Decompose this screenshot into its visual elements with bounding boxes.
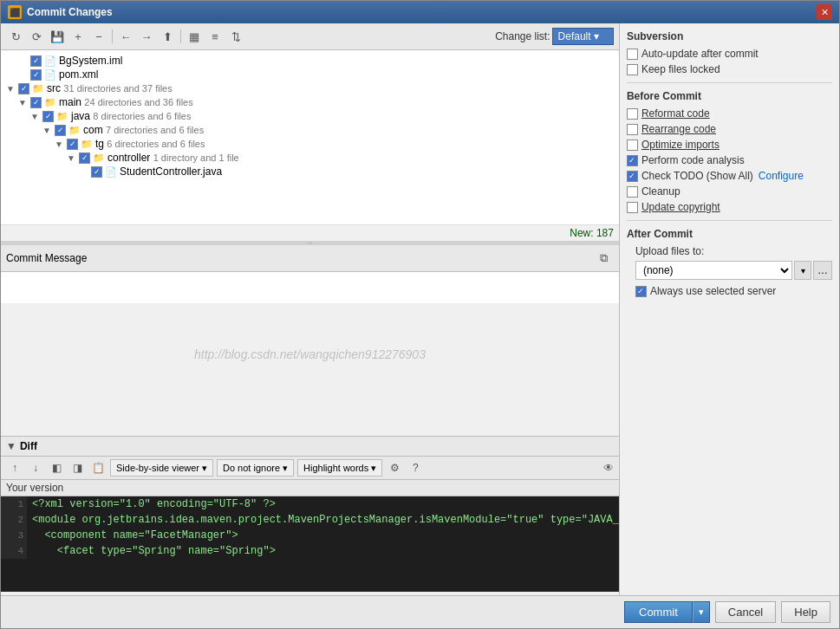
diff-up-button[interactable]: ↑: [6, 459, 23, 477]
your-version-label: Your version: [6, 482, 63, 494]
tree-item-java[interactable]: ▼ ✓ 📁 java 8 directories and 6 files: [4, 109, 615, 123]
side-by-side-label: Side-by-side viewer: [116, 463, 199, 473]
label-studentcontroller: StudentController.java: [120, 165, 222, 178]
commit-message-copy-button[interactable]: ⧉: [595, 249, 614, 268]
checkbox-main[interactable]: ✓: [30, 97, 42, 108]
update-copyright-label: Update copyright: [641, 201, 720, 213]
window-icon: ⬛: [8, 5, 22, 19]
checkbox-java[interactable]: ✓: [42, 111, 54, 122]
highlight-dropdown[interactable]: Highlight words ▾: [297, 459, 382, 477]
check-todo-checkbox[interactable]: [627, 171, 638, 182]
file-icon-main: 📁: [44, 97, 56, 108]
view-button[interactable]: ▦: [185, 27, 204, 46]
reformat-label: Reformat code: [641, 107, 710, 120]
diff-section: ▼ Diff ↑ ↓ ◧ ◨ 📋 Side-by-side viewer ▾ D…: [1, 436, 619, 592]
commit-button[interactable]: Commit: [624, 601, 693, 623]
arrow-tg: ▼: [55, 139, 67, 149]
auto-update-label: Auto-update after commit: [641, 48, 759, 60]
label-java: java 8 directories and 6 files: [71, 110, 191, 122]
ignore-dropdown[interactable]: Do not ignore ▾: [217, 459, 294, 477]
sort-button[interactable]: ≡: [205, 27, 225, 46]
export-button[interactable]: ⬆: [158, 27, 177, 46]
change-list-dropdown[interactable]: Default ▾: [552, 28, 614, 45]
tree-item-src[interactable]: ▼ ✓ 📁 src 31 directories and 37 files: [4, 81, 615, 95]
back-button[interactable]: ←: [116, 27, 135, 46]
checkbox-tg[interactable]: ✓: [67, 139, 78, 150]
rearrange-checkbox[interactable]: [627, 124, 638, 135]
always-use-checkbox[interactable]: [635, 286, 647, 297]
checkbox-studentcontroller[interactable]: ✓: [91, 166, 102, 178]
arrow-java: ▼: [30, 112, 42, 121]
eye-icon: 👁: [603, 462, 614, 474]
file-tree[interactable]: ✓ 📄 BgSystem.iml ✓ 📄 pom.xml: [1, 50, 619, 224]
label-main: main 24 directories and 36 files: [59, 96, 193, 108]
checkbox-com[interactable]: ✓: [55, 125, 66, 136]
remove-button[interactable]: −: [89, 27, 108, 46]
diff-copy-button[interactable]: 📋: [89, 459, 107, 477]
checkbox-controller[interactable]: ✓: [79, 152, 90, 164]
tree-item-bgsystem[interactable]: ✓ 📄 BgSystem.iml: [4, 54, 615, 68]
filter-button[interactable]: ⇅: [226, 27, 245, 46]
tree-item-pom[interactable]: ✓ 📄 pom.xml: [4, 68, 615, 81]
right-panel: Subversion Auto-update after commit Keep…: [620, 23, 839, 595]
add-button[interactable]: +: [68, 27, 88, 46]
save-button[interactable]: 💾: [48, 27, 67, 46]
subversion-title: Subversion: [627, 30, 832, 42]
always-use-label: Always use selected server: [650, 285, 776, 297]
keep-locked-checkbox[interactable]: [627, 64, 638, 75]
close-button[interactable]: ✕: [817, 4, 832, 20]
reformat-checkbox[interactable]: [627, 108, 638, 120]
change-list-label: Change list:: [495, 30, 550, 42]
checkbox-pom[interactable]: ✓: [30, 69, 42, 81]
optimize-label: Optimize imports: [641, 139, 720, 151]
keep-locked-row: Keep files locked: [627, 63, 832, 75]
highlight-label: Highlight words: [303, 463, 368, 473]
tree-item-tg[interactable]: ▼ ✓ 📁 tg 6 directories and 6 files: [4, 137, 615, 151]
commit-message-label: Commit Message: [6, 252, 87, 264]
configure-link[interactable]: Configure: [759, 170, 804, 182]
commit-message-textarea[interactable]: [1, 272, 619, 303]
optimize-checkbox[interactable]: [627, 139, 638, 151]
diff-help-icon[interactable]: ?: [407, 459, 424, 477]
check-todo-label: Check TODO (Show All): [641, 170, 753, 182]
commit-dropdown-arrow[interactable]: ▾: [693, 601, 710, 623]
side-by-side-dropdown[interactable]: Side-by-side viewer ▾: [110, 459, 213, 477]
diff-right-frame-button[interactable]: ◨: [68, 459, 86, 477]
arrow-main: ▼: [18, 98, 30, 107]
refresh-button[interactable]: ↻: [6, 27, 25, 46]
cleanup-checkbox[interactable]: [627, 186, 638, 198]
diff-left-frame-button[interactable]: ◧: [48, 459, 65, 477]
file-icon-com: 📁: [68, 125, 81, 136]
separator2: [180, 29, 181, 43]
tree-item-studentcontroller[interactable]: ✓ 📄 StudentController.java: [4, 165, 615, 178]
diff-line-2: 2 <module org.jetbrains.idea.maven.proje…: [1, 512, 619, 528]
upload-select[interactable]: (none): [635, 261, 792, 280]
cancel-button[interactable]: Cancel: [715, 601, 776, 623]
diff-down-button[interactable]: ↓: [27, 459, 44, 477]
perform-analysis-checkbox[interactable]: [627, 155, 638, 166]
upload-dropdown-arrow[interactable]: ▾: [794, 261, 811, 280]
tree-item-main[interactable]: ▼ ✓ 📁 main 24 directories and 36 files: [4, 95, 615, 109]
diff-code-2: <module org.jetbrains.idea.maven.project…: [27, 512, 619, 528]
commit-changes-window: ⬛ Commit Changes ✕ ↻ ⟳ 💾 + − ← → ⬆ ▦ ≡ ⇅: [0, 0, 840, 629]
update-copyright-checkbox[interactable]: [627, 202, 638, 213]
checkbox-src[interactable]: ✓: [18, 83, 29, 94]
file-icon-controller: 📁: [93, 152, 105, 164]
forward-button[interactable]: →: [137, 27, 156, 46]
diff-content[interactable]: 1 <?xml version="1.0" encoding="UTF-8" ?…: [1, 496, 619, 592]
diff-settings-icon[interactable]: ⚙: [386, 459, 403, 477]
diff-num-1: 1: [1, 496, 27, 512]
upload-dots-button[interactable]: …: [813, 261, 832, 280]
diff-header: ▼ Diff: [1, 437, 619, 457]
label-bgsystem: BgSystem.iml: [59, 55, 122, 67]
always-use-row: Always use selected server: [635, 285, 832, 297]
checkbox-bgsystem[interactable]: ✓: [30, 55, 42, 67]
tree-item-com[interactable]: ▼ ✓ 📁 com 7 directories and 6 files: [4, 123, 615, 137]
help-button[interactable]: Help: [781, 601, 830, 623]
title-bar-left: ⬛ Commit Changes: [8, 5, 113, 19]
commit-message-section: Commit Message ⧉ http://blog.csdn.net/wa…: [1, 245, 619, 436]
cleanup-row: Cleanup: [627, 185, 832, 198]
tree-item-controller[interactable]: ▼ ✓ 📁 controller 1 directory and 1 file: [4, 151, 615, 165]
auto-update-checkbox[interactable]: [627, 49, 638, 60]
update-button[interactable]: ⟳: [27, 27, 46, 46]
